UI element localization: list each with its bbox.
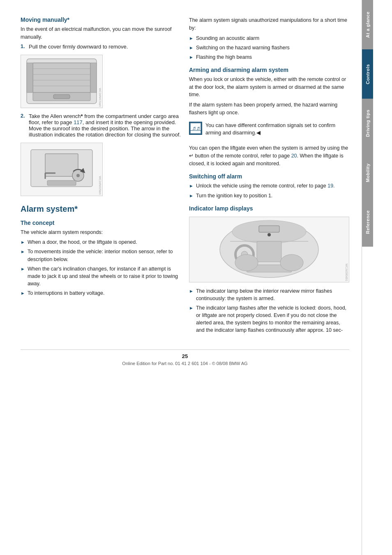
concept-intro: The vehicle alarm system responds: — [21, 229, 181, 236]
indicator-list: ► The indicator lamp below the interior … — [189, 287, 349, 334]
sidebar-tabs: At a glance Controls Driving tips Mobili… — [362, 0, 373, 555]
note-text: You can have different confirmation sign… — [205, 122, 349, 137]
note-icon: ♬♬ — [189, 122, 202, 135]
bullet-text: When the car's inclination changes, for … — [28, 265, 181, 287]
bullet-text: Flashing the high beams — [196, 53, 252, 61]
svg-text:♬♬: ♬♬ — [192, 125, 201, 131]
bullet-arrow-icon: ► — [189, 54, 194, 61]
svg-rect-23 — [257, 241, 281, 262]
svg-point-30 — [280, 254, 303, 271]
bullet-arrow-icon: ► — [189, 35, 194, 42]
bullet-arrow-icon: ► — [189, 193, 194, 199]
list-item: ► Turn the ignition key to position 1. — [189, 192, 349, 199]
step2: 2. Take the Allen wrench* from the compa… — [21, 113, 181, 138]
bullet-text: The indicator lamp below the interior re… — [196, 287, 349, 302]
footer-text: Online Edition for Part no. 01 41 2 601 … — [122, 361, 247, 366]
arming-heading: Arming and disarming alarm system — [189, 67, 349, 73]
bullet-text: Switching on the hazard warning flashers — [196, 44, 290, 51]
bullet-text: Sounding an acoustic alarm — [196, 35, 259, 42]
switching-off-list: ► Unlock the vehicle using the remote co… — [189, 182, 349, 199]
list-item: ► When the car's inclination changes, fo… — [21, 265, 181, 287]
note-box: ♬♬ You can have different confirmation s… — [189, 120, 349, 141]
list-item: ► Sounding an acoustic alarm — [189, 35, 349, 42]
bullet-arrow-icon: ► — [189, 305, 194, 312]
sunroof-diagram-2-svg — [23, 143, 101, 195]
sunroof-diagram-1-svg — [23, 56, 101, 107]
indicator-watermark: WC2d280d91 — [345, 264, 348, 281]
left-column: Moving manually* In the event of an elec… — [21, 16, 181, 337]
bullet-arrow-icon: ► — [189, 288, 194, 295]
arming-text2: If the alarm system has been properly ar… — [189, 101, 349, 117]
step1-text: Pull the cover firmly downward to remove… — [29, 44, 128, 50]
tab-label: Mobility — [365, 163, 370, 182]
indicator-image: WC2d280d91 — [189, 217, 349, 282]
bullet-text: To movements inside the vehicle: interio… — [28, 248, 181, 263]
svg-rect-24 — [259, 226, 279, 232]
bullet-arrow-icon: ► — [189, 183, 194, 190]
page-ref-20[interactable]: 20 — [291, 153, 297, 159]
step1: 1. Pull the cover firmly downward to rem… — [21, 44, 181, 50]
svg-rect-9 — [53, 95, 70, 99]
alarm-concept-list: ► When a door, the hood, or the liftgate… — [21, 238, 181, 297]
sunroof-image-2: WC2dNIG5am — [21, 143, 103, 196]
svg-rect-6 — [27, 63, 33, 92]
bullet-arrow-icon: ► — [21, 249, 25, 255]
list-item: ► The indicator lamp flashes after the v… — [189, 304, 349, 334]
image1-watermark: WC2dNICSam — [99, 88, 101, 107]
svg-rect-1 — [33, 63, 90, 92]
tab-label: At a glance — [365, 12, 370, 38]
indicator-diagram-svg — [214, 217, 325, 281]
indicator-heading: Indicator lamp displays — [189, 205, 349, 212]
bullet-arrow-icon: ► — [21, 266, 25, 273]
confirmation-icon-svg: ♬♬ — [190, 122, 201, 134]
svg-rect-14 — [47, 180, 76, 185]
page-ref-19[interactable]: 19 — [327, 183, 333, 189]
sidebar-tab-controls[interactable]: Controls — [362, 49, 373, 99]
tab-label: Reference — [365, 210, 370, 234]
alarm-signals-intro: The alarm system signals unauthorized ma… — [189, 16, 349, 32]
list-item: ► When a door, the hood, or the liftgate… — [21, 238, 181, 246]
bullet-text: To interruptions in battery voltage. — [28, 289, 105, 297]
svg-rect-7 — [90, 63, 97, 92]
sidebar-tab-mobility[interactable]: Mobility — [362, 148, 373, 197]
page-footer: 25 Online Edition for Part no. 01 41 2 6… — [21, 349, 349, 366]
moving-manually-intro: In the event of an electrical malfunctio… — [21, 25, 181, 41]
bullet-text: The indicator lamp flashes after the veh… — [196, 304, 349, 334]
moving-manually-heading: Moving manually* — [21, 16, 181, 23]
liftgate-text: You can open the liftgate even when the … — [189, 144, 349, 167]
arming-text: When you lock or unlock the vehicle, eit… — [189, 76, 349, 99]
image2-watermark: WC2dNIG5am — [99, 176, 101, 195]
step2-number: 2. — [21, 113, 26, 138]
bullet-text: When a door, the hood, or the liftgate i… — [28, 238, 137, 246]
list-item: ► Flashing the high beams — [189, 53, 349, 61]
alarm-signals-list: ► Sounding an acoustic alarm ► Switching… — [189, 35, 349, 61]
step2-text: Take the Allen wrench* from the compartm… — [29, 113, 181, 138]
tab-label: Driving tips — [365, 110, 370, 137]
bullet-arrow-icon: ► — [21, 290, 25, 297]
list-item: ► Unlock the vehicle using the remote co… — [189, 182, 349, 190]
main-content: Moving manually* In the event of an elec… — [0, 0, 362, 555]
alarm-system-heading: Alarm system* — [21, 204, 181, 214]
list-item: ► Switching on the hazard warning flashe… — [189, 44, 349, 51]
bullet-arrow-icon: ► — [189, 45, 194, 51]
svg-point-29 — [235, 254, 258, 271]
list-item: ► To interruptions in battery voltage. — [21, 289, 181, 297]
page-ref-117[interactable]: 117 — [74, 119, 83, 125]
list-item: ► To movements inside the vehicle: inter… — [21, 248, 181, 263]
svg-point-13 — [76, 174, 80, 177]
list-item: ► The indicator lamp below the interior … — [189, 287, 349, 302]
sidebar-tab-reference[interactable]: Reference — [362, 197, 373, 247]
sidebar-tab-at-a-glance[interactable]: At a glance — [362, 0, 373, 49]
bullet-text: Turn the ignition key to position 1. — [196, 192, 272, 199]
svg-point-25 — [267, 233, 271, 236]
sidebar-tab-driving-tips[interactable]: Driving tips — [362, 99, 373, 148]
bullet-text: Unlock the vehicle using the remote cont… — [196, 182, 335, 190]
step1-number: 1. — [21, 44, 26, 50]
tab-label: Controls — [365, 64, 370, 84]
right-column: The alarm system signals unauthorized ma… — [189, 16, 349, 337]
page-number: 25 — [21, 353, 349, 359]
concept-heading: The concept — [21, 220, 181, 226]
sunroof-image-1: WC2dNICSam — [21, 55, 103, 108]
switching-off-heading: Switching off alarm — [189, 173, 349, 180]
bullet-arrow-icon: ► — [21, 239, 25, 246]
